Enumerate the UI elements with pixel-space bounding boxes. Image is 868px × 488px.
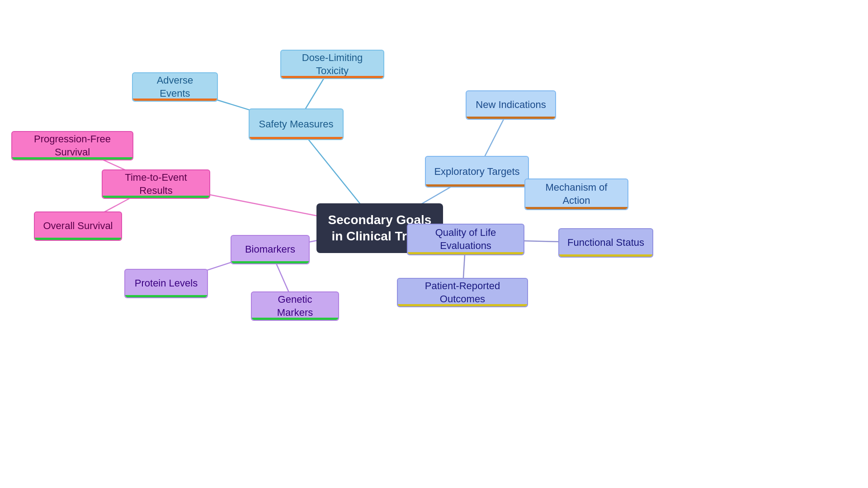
node-bottom-bar — [103, 196, 209, 198]
node-label: Biomarkers — [245, 243, 295, 256]
node-label: Mechanism of Action — [533, 181, 620, 207]
node-label: Genetic Markers — [259, 293, 331, 319]
topic-node-exploratory-targets[interactable]: Exploratory Targets — [425, 156, 529, 188]
node-bottom-bar — [559, 254, 652, 257]
topic-node-protein-levels[interactable]: Protein Levels — [124, 269, 208, 298]
topic-node-genetic-markers[interactable]: Genetic Markers — [251, 291, 339, 321]
node-label: Protein Levels — [135, 277, 198, 290]
node-bottom-bar — [525, 207, 627, 209]
node-bottom-bar — [231, 261, 309, 263]
node-bottom-bar — [35, 238, 121, 240]
topic-node-mechanism-of-action[interactable]: Mechanism of Action — [524, 178, 628, 210]
topic-node-dose-limiting-toxicity[interactable]: Dose-Limiting Toxicity — [280, 50, 384, 79]
topic-node-time-to-event[interactable]: Time-to-Event Results — [102, 169, 210, 199]
node-label: Functional Status — [567, 236, 644, 249]
topic-node-quality-of-life[interactable]: Quality of Life Evaluations — [407, 224, 524, 255]
topic-node-patient-reported[interactable]: Patient-Reported Outcomes — [397, 278, 528, 307]
node-bottom-bar — [281, 76, 383, 78]
topic-node-safety-measures[interactable]: Safety Measures — [249, 108, 344, 140]
topic-node-functional-status[interactable]: Functional Status — [558, 228, 653, 258]
topic-node-progression-free[interactable]: Progression-Free Survival — [11, 131, 133, 160]
node-label: Adverse Events — [140, 74, 210, 100]
node-label: Dose-Limiting Toxicity — [288, 52, 376, 77]
node-label: Patient-Reported Outcomes — [405, 280, 520, 305]
node-bottom-bar — [125, 295, 207, 297]
node-bottom-bar — [133, 99, 217, 101]
node-bottom-bar — [426, 184, 528, 187]
node-bottom-bar — [398, 304, 527, 306]
node-label: Progression-Free Survival — [19, 133, 125, 159]
node-bottom-bar — [252, 318, 338, 320]
node-bottom-bar — [12, 157, 132, 160]
node-bottom-bar — [408, 252, 524, 254]
node-label: Exploratory Targets — [434, 165, 519, 178]
node-bottom-bar — [250, 137, 343, 139]
node-bottom-bar — [467, 117, 555, 119]
mindmap-canvas: Secondary Goals in Clinical TrialsSafety… — [0, 0, 868, 488]
topic-node-biomarkers[interactable]: Biomarkers — [231, 235, 310, 264]
topic-node-new-indications[interactable]: New Indications — [466, 90, 556, 120]
node-label: Time-to-Event Results — [110, 171, 202, 197]
node-label: Overall Survival — [43, 220, 113, 233]
node-label: Quality of Life Evaluations — [415, 226, 516, 252]
node-label: New Indications — [476, 99, 546, 112]
topic-node-overall-survival[interactable]: Overall Survival — [34, 211, 122, 241]
node-label: Safety Measures — [259, 118, 333, 131]
topic-node-adverse-events[interactable]: Adverse Events — [132, 72, 218, 102]
